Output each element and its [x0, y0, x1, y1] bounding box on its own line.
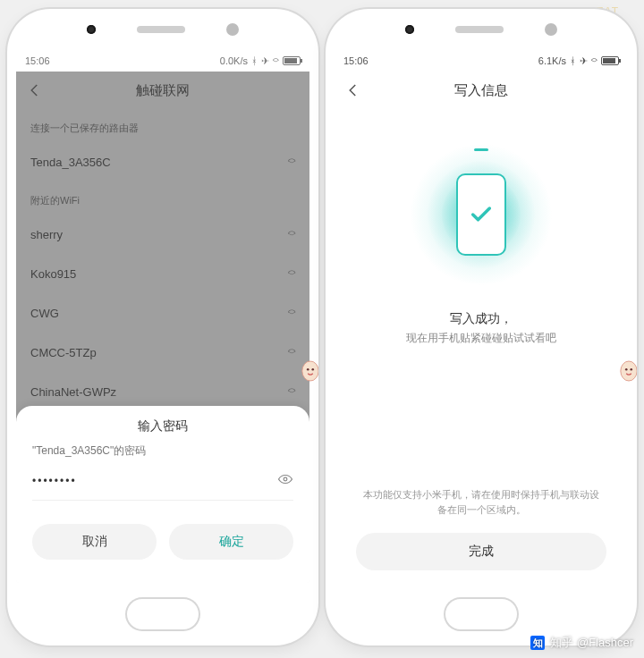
battery-icon [601, 56, 619, 65]
bluetooth-icon: ᚼ [251, 56, 258, 66]
status-time: 15:06 [343, 55, 369, 66]
confirm-button[interactable]: 确定 [169, 524, 293, 560]
watermark-bottom: 知 知乎 @Flashcer [530, 635, 633, 651]
checkmark-icon [469, 202, 494, 227]
svg-point-6 [630, 368, 632, 371]
sensor-dot-icon [545, 23, 557, 36]
phone-frame-left: 15:06 0.0K/s ᚼ ✈ ⌔ 触碰联网 [7, 9, 318, 645]
svg-point-5 [625, 368, 628, 371]
home-button[interactable] [444, 597, 519, 631]
screen-right: 15:06 6.1K/s ᚼ ✈ ⌔ 写入信息 [335, 50, 628, 583]
svg-point-0 [284, 477, 287, 481]
edge-sticker-icon [301, 359, 318, 383]
back-button[interactable] [345, 72, 370, 109]
chevron-left-icon [345, 82, 361, 98]
screen-left: 15:06 0.0K/s ᚼ ✈ ⌔ 触碰联网 [16, 50, 309, 583]
footer-note: 本功能仅支持小米手机，请在使用时保持手机与联动设备在同一个区域内。 [356, 487, 606, 517]
modal-dim-overlay[interactable] [16, 72, 309, 431]
phone-frame-right: 15:06 6.1K/s ᚼ ✈ ⌔ 写入信息 [326, 9, 637, 645]
sheet-title: 输入密码 [32, 418, 293, 434]
svg-point-3 [311, 368, 314, 371]
password-input[interactable]: •••••••• [32, 475, 77, 487]
eye-icon [277, 471, 293, 487]
front-camera-icon [405, 25, 414, 34]
success-title: 写入成功， [450, 311, 513, 327]
status-time: 15:06 [25, 55, 50, 66]
speaker-grill-icon [137, 26, 185, 33]
speaker-grill-icon [455, 26, 504, 33]
sensor-bar [7, 9, 318, 50]
cancel-button[interactable]: 取消 [32, 524, 157, 560]
svg-point-2 [307, 368, 309, 371]
airplane-icon: ✈ [580, 56, 588, 66]
nav-header: 写入信息 [335, 72, 628, 109]
success-content: 写入成功， 现在用手机贴紧碰碰贴试试看吧 本功能仅支持小米手机，请在使用时保持手… [335, 109, 628, 583]
home-button[interactable] [125, 597, 200, 631]
zhihu-logo-icon: 知 [530, 636, 545, 650]
svg-point-4 [621, 361, 637, 381]
status-net-rate: 6.1K/s [538, 55, 566, 66]
page-title: 写入信息 [454, 82, 508, 99]
toggle-password-visibility[interactable] [277, 471, 293, 491]
wifi-icon: ⌔ [591, 56, 597, 66]
bluetooth-icon: ᚼ [570, 56, 576, 66]
sensor-dot-icon [226, 23, 239, 36]
watermark-text: 知乎 @Flashcer [550, 635, 633, 651]
status-net-rate: 0.0K/s [220, 55, 248, 66]
wifi-list-page: 触碰联网 连接一个已保存的路由器 Tenda_3A356C ⌔ 附近的WiFi … [16, 72, 309, 431]
svg-point-1 [302, 361, 318, 381]
status-bar: 15:06 6.1K/s ᚼ ✈ ⌔ [335, 50, 628, 72]
edge-sticker-icon [619, 359, 637, 383]
front-camera-icon [87, 25, 96, 34]
battery-icon [283, 56, 301, 65]
sheet-subtitle: "Tenda_3A356C"的密码 [32, 443, 293, 459]
status-bar: 15:06 0.0K/s ᚼ ✈ ⌔ [16, 50, 309, 72]
wifi-icon: ⌔ [273, 56, 279, 66]
success-subtitle: 现在用手机贴紧碰碰贴试试看吧 [406, 331, 556, 346]
password-sheet: 输入密码 "Tenda_3A356C"的密码 •••••••• 取消 确定 [16, 406, 309, 583]
done-button[interactable]: 完成 [356, 533, 606, 570]
airplane-icon: ✈ [261, 56, 269, 66]
phone-outline-icon [456, 173, 506, 256]
success-graphic [410, 143, 553, 286]
sensor-bar [326, 9, 637, 50]
